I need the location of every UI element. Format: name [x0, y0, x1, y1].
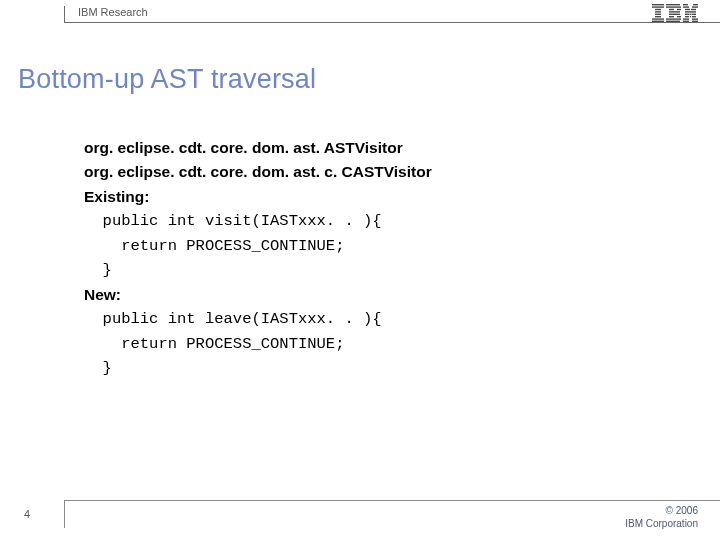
- svg-rect-28: [685, 16, 689, 17]
- content-existing-code-3: }: [84, 258, 432, 282]
- content-class-2: org. eclipse. cdt. core. dom. ast. c. CA…: [84, 160, 432, 184]
- slide-content: org. eclipse. cdt. core. dom. ast. ASTVi…: [84, 136, 432, 381]
- svg-rect-7: [652, 21, 664, 22]
- svg-rect-3: [655, 11, 661, 12]
- svg-rect-17: [666, 21, 680, 22]
- svg-rect-12: [669, 11, 680, 12]
- slide-header: IBM Research: [0, 0, 720, 36]
- svg-rect-10: [669, 9, 674, 10]
- content-new-code-1: public int leave(IASTxxx. . ){: [84, 307, 432, 331]
- svg-rect-15: [677, 16, 681, 17]
- svg-rect-20: [683, 6, 689, 7]
- svg-rect-21: [692, 6, 698, 7]
- svg-rect-14: [669, 16, 674, 17]
- slide-footer: 4 © 2006 IBM Corporation: [0, 492, 720, 540]
- copyright-org: IBM Corporation: [625, 517, 698, 530]
- svg-rect-32: [692, 18, 698, 19]
- svg-rect-34: [692, 21, 698, 22]
- svg-rect-27: [690, 14, 692, 15]
- content-class-1: org. eclipse. cdt. core. dom. ast. ASTVi…: [84, 136, 432, 160]
- footer-rule: [64, 500, 720, 501]
- svg-rect-31: [683, 18, 689, 19]
- copyright-year: © 2006: [625, 504, 698, 517]
- svg-rect-5: [655, 16, 661, 17]
- svg-rect-22: [685, 9, 690, 10]
- content-existing-code-2: return PROCESS_CONTINUE;: [84, 234, 432, 258]
- page-number: 4: [24, 508, 30, 520]
- svg-rect-23: [691, 9, 696, 10]
- ibm-logo-icon: [652, 4, 698, 26]
- content-existing-code-1: public int visit(IASTxxx. . ){: [84, 209, 432, 233]
- content-new-code-2: return PROCESS_CONTINUE;: [84, 332, 432, 356]
- svg-rect-13: [669, 14, 680, 15]
- header-divider: [64, 6, 65, 23]
- svg-rect-11: [677, 9, 681, 10]
- footer-divider: [64, 500, 65, 528]
- svg-rect-1: [652, 6, 664, 7]
- copyright: © 2006 IBM Corporation: [625, 504, 698, 530]
- svg-rect-24: [685, 11, 696, 12]
- svg-rect-30: [690, 16, 691, 17]
- svg-rect-29: [692, 16, 696, 17]
- svg-rect-18: [683, 4, 688, 5]
- svg-rect-33: [683, 21, 689, 22]
- svg-rect-9: [666, 6, 681, 7]
- svg-rect-25: [685, 14, 689, 15]
- content-new-code-3: }: [84, 356, 432, 380]
- svg-rect-16: [666, 18, 681, 19]
- svg-rect-8: [666, 4, 680, 5]
- content-existing-label: Existing:: [84, 185, 432, 209]
- svg-rect-0: [652, 4, 664, 5]
- header-rule: [64, 22, 720, 23]
- svg-rect-4: [655, 14, 661, 15]
- svg-rect-6: [652, 18, 664, 19]
- svg-rect-26: [692, 14, 696, 15]
- header-label: IBM Research: [78, 6, 148, 18]
- svg-rect-19: [693, 4, 698, 5]
- svg-rect-2: [655, 9, 661, 10]
- slide-title: Bottom-up AST traversal: [18, 64, 316, 95]
- content-new-label: New:: [84, 283, 432, 307]
